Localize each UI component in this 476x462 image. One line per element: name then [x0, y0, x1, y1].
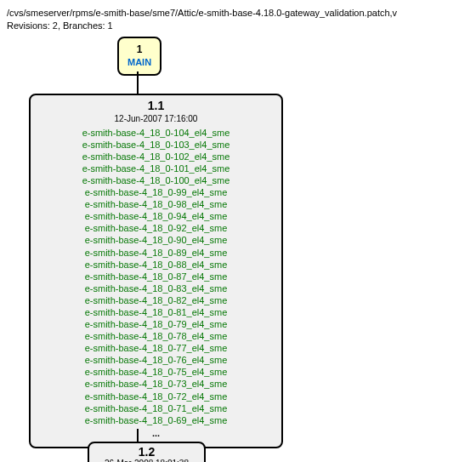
tag-link[interactable]: e-smith-base-4_18_0-103_el4_sme — [39, 139, 273, 151]
revision-graph: 1 MAIN 1.1 12-Jun-2007 17:16:00 e-smith-… — [7, 37, 466, 462]
connector-line-1 — [137, 71, 139, 94]
tag-link[interactable]: e-smith-base-4_18_0-94_el4_sme — [39, 210, 273, 222]
tag-link[interactable]: e-smith-base-4_18_0-104_el4_sme — [39, 127, 273, 139]
tag-link[interactable]: e-smith-base-4_18_0-98_el4_sme — [39, 198, 273, 210]
revision-1-1-ellipsis: ... — [39, 426, 273, 438]
connector-line-2 — [137, 429, 139, 442]
revision-1-2-title: 1.2 — [105, 445, 189, 459]
header-revisions: Revisions: 2, Branches: 1 — [7, 20, 469, 32]
main-branch-node[interactable]: 1 MAIN — [117, 37, 162, 76]
tag-link[interactable]: e-smith-base-4_18_0-78_el4_sme — [39, 330, 273, 342]
revision-1-1-date: 12-Jun-2007 17:16:00 — [39, 114, 273, 127]
tag-link[interactable]: e-smith-base-4_18_0-82_el4_sme — [39, 294, 273, 306]
tag-link[interactable]: e-smith-base-4_18_0-92_el4_sme — [39, 222, 273, 234]
tag-link[interactable]: e-smith-base-4_18_0-102_el4_sme — [39, 151, 273, 163]
main-branch-link[interactable]: MAIN — [128, 56, 151, 68]
tag-link[interactable]: e-smith-base-4_18_0-90_el4_sme — [39, 234, 273, 246]
revision-1-1-title: 1.1 — [39, 97, 273, 114]
tag-link[interactable]: e-smith-base-4_18_0-89_el4_sme — [39, 247, 273, 259]
tag-link[interactable]: e-smith-base-4_18_0-83_el4_sme — [39, 282, 273, 294]
tag-link[interactable]: e-smith-base-4_18_0-75_el4_sme — [39, 366, 273, 378]
tag-link[interactable]: e-smith-base-4_18_0-88_el4_sme — [39, 259, 273, 271]
tag-link[interactable]: e-smith-base-4_18_0-76_el4_sme — [39, 354, 273, 366]
revision-1-2-date: 26-Mar-2008 18:01:38 — [105, 459, 189, 462]
main-branch-number: 1 — [128, 43, 151, 57]
tag-link[interactable]: e-smith-base-4_18_0-87_el4_sme — [39, 271, 273, 282]
header-path: /cvs/smeserver/rpms/e-smith-base/sme7/At… — [7, 7, 469, 20]
header-info: /cvs/smeserver/rpms/e-smith-base/sme7/At… — [7, 7, 469, 33]
tag-link[interactable]: e-smith-base-4_18_0-99_el4_sme — [39, 186, 273, 198]
tag-link[interactable]: e-smith-base-4_18_0-73_el4_sme — [39, 378, 273, 390]
tag-link[interactable]: e-smith-base-4_18_0-77_el4_sme — [39, 342, 273, 354]
revision-1-1-node[interactable]: 1.1 12-Jun-2007 17:16:00 e-smith-base-4_… — [29, 94, 283, 448]
revision-1-2-node[interactable]: 1.2 26-Mar-2008 18:01:38 HEAD — [88, 442, 206, 462]
tag-link[interactable]: e-smith-base-4_18_0-100_el4_sme — [39, 174, 273, 186]
revision-1-1-tags: e-smith-base-4_18_0-104_el4_smee-smith-b… — [39, 127, 273, 426]
tag-link[interactable]: e-smith-base-4_18_0-79_el4_sme — [39, 318, 273, 330]
tag-link[interactable]: e-smith-base-4_18_0-72_el4_sme — [39, 391, 273, 402]
tag-link[interactable]: e-smith-base-4_18_0-71_el4_sme — [39, 402, 273, 414]
tag-link[interactable]: e-smith-base-4_18_0-81_el4_sme — [39, 306, 273, 318]
tag-link[interactable]: e-smith-base-4_18_0-69_el4_sme — [39, 414, 273, 426]
tag-link[interactable]: e-smith-base-4_18_0-101_el4_sme — [39, 163, 273, 174]
